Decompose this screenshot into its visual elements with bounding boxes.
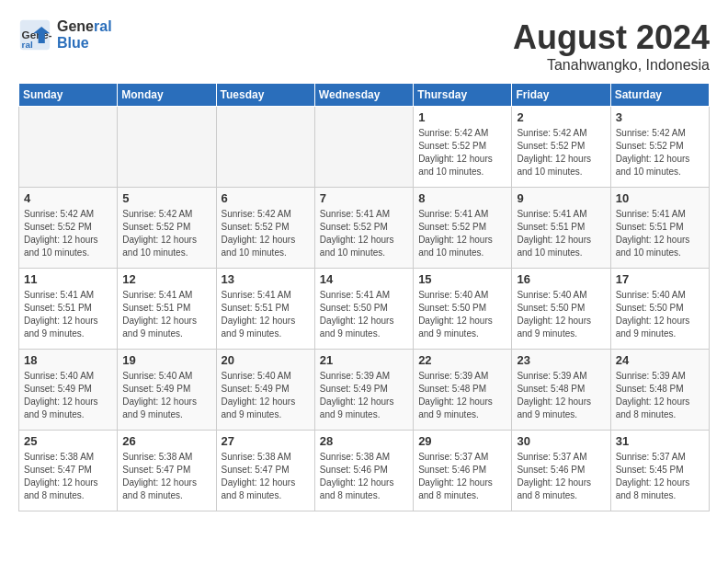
calendar-cell: 8Sunrise: 5:41 AM Sunset: 5:52 PM Daylig… [414, 188, 512, 269]
day-number: 4 [24, 191, 112, 205]
day-info: Sunrise: 5:41 AM Sunset: 5:51 PM Dayligh… [222, 289, 310, 340]
day-number: 16 [517, 272, 605, 286]
day-number: 8 [418, 191, 506, 205]
title-block: August 2024 Tanahwangko, Indonesia [513, 18, 710, 74]
calendar-cell: 13Sunrise: 5:41 AM Sunset: 5:51 PM Dayli… [216, 269, 314, 350]
day-number: 23 [517, 353, 605, 367]
day-number: 13 [222, 272, 310, 286]
calendar-cell: 27Sunrise: 5:38 AM Sunset: 5:47 PM Dayli… [216, 431, 314, 511]
calendar-cell: 22Sunrise: 5:39 AM Sunset: 5:48 PM Dayli… [414, 350, 512, 431]
day-number: 6 [222, 191, 310, 205]
day-info: Sunrise: 5:40 AM Sunset: 5:50 PM Dayligh… [517, 289, 605, 340]
calendar-cell: 20Sunrise: 5:40 AM Sunset: 5:49 PM Dayli… [216, 350, 314, 431]
logo-text: General Blue [57, 18, 112, 52]
day-number: 24 [616, 353, 704, 367]
day-info: Sunrise: 5:41 AM Sunset: 5:52 PM Dayligh… [418, 208, 506, 259]
day-info: Sunrise: 5:39 AM Sunset: 5:48 PM Dayligh… [418, 370, 506, 421]
day-number: 26 [122, 434, 210, 448]
day-number: 22 [418, 353, 506, 367]
day-info: Sunrise: 5:40 AM Sunset: 5:50 PM Dayligh… [616, 289, 704, 340]
day-number: 27 [222, 434, 310, 448]
day-number: 29 [418, 434, 506, 448]
day-number: 10 [616, 191, 704, 205]
day-number: 15 [418, 272, 506, 286]
svg-text:Gene-: Gene- [22, 29, 51, 40]
day-info: Sunrise: 5:37 AM Sunset: 5:46 PM Dayligh… [418, 451, 506, 502]
day-info: Sunrise: 5:40 AM Sunset: 5:50 PM Dayligh… [418, 289, 506, 340]
calendar-week-3: 11Sunrise: 5:41 AM Sunset: 5:51 PM Dayli… [19, 269, 710, 350]
day-info: Sunrise: 5:41 AM Sunset: 5:51 PM Dayligh… [24, 289, 112, 340]
calendar-cell: 16Sunrise: 5:40 AM Sunset: 5:50 PM Dayli… [512, 269, 610, 350]
weekday-header-wednesday: Wednesday [314, 84, 413, 107]
day-number: 21 [320, 353, 408, 367]
day-info: Sunrise: 5:42 AM Sunset: 5:52 PM Dayligh… [24, 208, 112, 259]
calendar-cell: 25Sunrise: 5:38 AM Sunset: 5:47 PM Dayli… [19, 431, 118, 511]
day-info: Sunrise: 5:42 AM Sunset: 5:52 PM Dayligh… [517, 127, 605, 178]
calendar-cell: 3Sunrise: 5:42 AM Sunset: 5:52 PM Daylig… [610, 107, 709, 188]
weekday-header-saturday: Saturday [610, 84, 709, 107]
calendar-cell [314, 107, 413, 188]
calendar-cell: 2Sunrise: 5:42 AM Sunset: 5:52 PM Daylig… [512, 107, 610, 188]
weekday-header-friday: Friday [512, 84, 610, 107]
day-info: Sunrise: 5:41 AM Sunset: 5:51 PM Dayligh… [517, 208, 605, 259]
day-info: Sunrise: 5:42 AM Sunset: 5:52 PM Dayligh… [222, 208, 310, 259]
month-year-title: August 2024 [513, 18, 710, 57]
day-number: 18 [24, 353, 112, 367]
day-info: Sunrise: 5:41 AM Sunset: 5:51 PM Dayligh… [616, 208, 704, 259]
day-number: 14 [320, 272, 408, 286]
calendar-cell: 26Sunrise: 5:38 AM Sunset: 5:47 PM Dayli… [118, 431, 216, 511]
day-info: Sunrise: 5:37 AM Sunset: 5:46 PM Dayligh… [517, 451, 605, 502]
location-subtitle: Tanahwangko, Indonesia [513, 57, 710, 74]
day-info: Sunrise: 5:38 AM Sunset: 5:47 PM Dayligh… [222, 451, 310, 502]
calendar-cell: 12Sunrise: 5:41 AM Sunset: 5:51 PM Dayli… [118, 269, 216, 350]
calendar-cell: 19Sunrise: 5:40 AM Sunset: 5:49 PM Dayli… [118, 350, 216, 431]
logo-icon: Gene- ral [18, 18, 51, 52]
calendar-cell: 29Sunrise: 5:37 AM Sunset: 5:46 PM Dayli… [414, 431, 512, 511]
calendar-cell: 30Sunrise: 5:37 AM Sunset: 5:46 PM Dayli… [512, 431, 610, 511]
day-number: 3 [616, 110, 704, 124]
calendar-cell: 15Sunrise: 5:40 AM Sunset: 5:50 PM Dayli… [414, 269, 512, 350]
calendar-week-2: 4Sunrise: 5:42 AM Sunset: 5:52 PM Daylig… [19, 188, 710, 269]
calendar-week-4: 18Sunrise: 5:40 AM Sunset: 5:49 PM Dayli… [19, 350, 710, 431]
day-info: Sunrise: 5:41 AM Sunset: 5:50 PM Dayligh… [320, 289, 408, 340]
day-info: Sunrise: 5:42 AM Sunset: 5:52 PM Dayligh… [122, 208, 210, 259]
page-header: Gene- ral General Blue August 2024 Tanah… [18, 18, 710, 74]
day-number: 31 [616, 434, 704, 448]
calendar-cell: 14Sunrise: 5:41 AM Sunset: 5:50 PM Dayli… [314, 269, 413, 350]
svg-text:ral: ral [22, 40, 33, 50]
day-info: Sunrise: 5:42 AM Sunset: 5:52 PM Dayligh… [418, 127, 506, 178]
weekday-header-monday: Monday [118, 84, 216, 107]
day-number: 1 [418, 110, 506, 124]
weekday-header-row: SundayMondayTuesdayWednesdayThursdayFrid… [19, 84, 710, 107]
calendar-cell: 10Sunrise: 5:41 AM Sunset: 5:51 PM Dayli… [610, 188, 709, 269]
day-number: 30 [517, 434, 605, 448]
day-info: Sunrise: 5:37 AM Sunset: 5:45 PM Dayligh… [616, 451, 704, 502]
day-info: Sunrise: 5:38 AM Sunset: 5:46 PM Dayligh… [320, 451, 408, 502]
calendar-cell: 24Sunrise: 5:39 AM Sunset: 5:48 PM Dayli… [610, 350, 709, 431]
day-number: 11 [24, 272, 112, 286]
calendar-week-1: 1Sunrise: 5:42 AM Sunset: 5:52 PM Daylig… [19, 107, 710, 188]
calendar-cell [216, 107, 314, 188]
calendar-cell: 21Sunrise: 5:39 AM Sunset: 5:49 PM Dayli… [314, 350, 413, 431]
day-number: 5 [122, 191, 210, 205]
calendar-cell: 1Sunrise: 5:42 AM Sunset: 5:52 PM Daylig… [414, 107, 512, 188]
weekday-header-tuesday: Tuesday [216, 84, 314, 107]
calendar-cell [19, 107, 118, 188]
day-info: Sunrise: 5:40 AM Sunset: 5:49 PM Dayligh… [122, 370, 210, 421]
weekday-header-sunday: Sunday [19, 84, 118, 107]
day-number: 12 [122, 272, 210, 286]
day-info: Sunrise: 5:38 AM Sunset: 5:47 PM Dayligh… [24, 451, 112, 502]
day-info: Sunrise: 5:41 AM Sunset: 5:51 PM Dayligh… [122, 289, 210, 340]
calendar-cell: 23Sunrise: 5:39 AM Sunset: 5:48 PM Dayli… [512, 350, 610, 431]
day-number: 28 [320, 434, 408, 448]
calendar-cell: 6Sunrise: 5:42 AM Sunset: 5:52 PM Daylig… [216, 188, 314, 269]
weekday-header-thursday: Thursday [414, 84, 512, 107]
day-info: Sunrise: 5:40 AM Sunset: 5:49 PM Dayligh… [222, 370, 310, 421]
day-info: Sunrise: 5:41 AM Sunset: 5:52 PM Dayligh… [320, 208, 408, 259]
day-number: 19 [122, 353, 210, 367]
calendar-cell: 9Sunrise: 5:41 AM Sunset: 5:51 PM Daylig… [512, 188, 610, 269]
calendar-cell: 18Sunrise: 5:40 AM Sunset: 5:49 PM Dayli… [19, 350, 118, 431]
calendar-cell: 31Sunrise: 5:37 AM Sunset: 5:45 PM Dayli… [610, 431, 709, 511]
calendar-table: SundayMondayTuesdayWednesdayThursdayFrid… [18, 83, 710, 511]
calendar-cell: 11Sunrise: 5:41 AM Sunset: 5:51 PM Dayli… [19, 269, 118, 350]
